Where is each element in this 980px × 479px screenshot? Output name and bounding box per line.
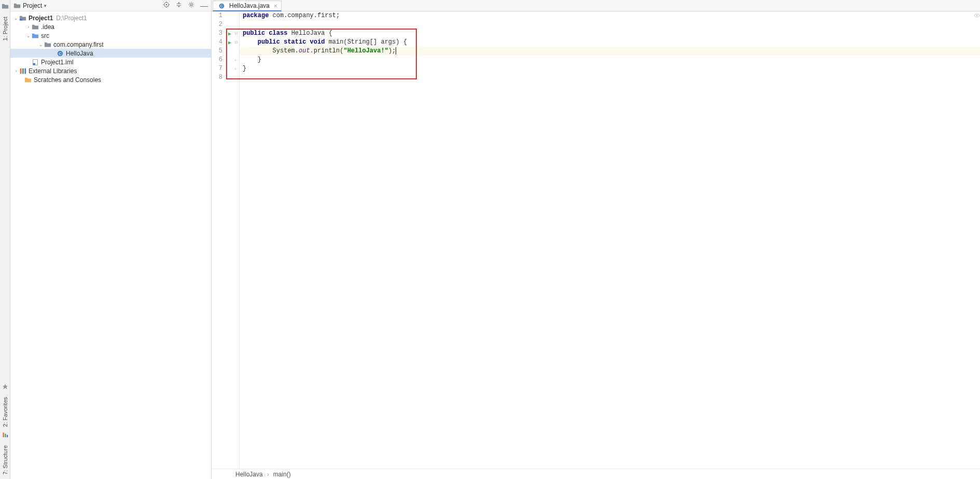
svg-rect-0 (3, 433, 4, 437)
tree-root-path: D:\Project1 (56, 15, 87, 22)
project-header-folder-icon (13, 2, 21, 9)
svg-rect-10 (33, 63, 35, 65)
project-panel: Project ▾ — Project1 D:\Project1 (10, 0, 212, 479)
line-number: 8 (212, 73, 222, 82)
folder-icon (31, 23, 39, 31)
svg-rect-2 (7, 435, 8, 437)
java-class-icon: C (56, 49, 64, 58)
kw-method: public static void (243, 38, 329, 46)
code-text: System. (243, 47, 299, 54)
project-panel-title: Project (23, 2, 42, 9)
code-text: .println( (310, 47, 344, 54)
run-main-icon[interactable]: ▶ (226, 38, 233, 47)
fold-close-icon[interactable]: ⌐ (233, 64, 239, 73)
locate-target-icon[interactable] (163, 1, 170, 10)
tree-external-libraries[interactable]: External Libraries (10, 66, 211, 75)
tree-package[interactable]: com.company.first (10, 40, 211, 49)
project-panel-header: Project ▾ — (10, 0, 211, 11)
svg-text:C: C (59, 51, 62, 56)
inspection-eye-icon[interactable] (974, 11, 980, 20)
svg-text:C: C (220, 3, 222, 8)
iml-file-icon (31, 58, 39, 66)
line-number: 2 (212, 20, 222, 29)
svg-point-5 (190, 4, 192, 6)
svg-point-4 (166, 4, 167, 6)
string-literal: "HelloJava!" (343, 47, 388, 54)
expand-arrow-icon[interactable] (13, 16, 19, 21)
code-area[interactable]: package com.company.first; public class … (240, 11, 980, 469)
svg-rect-13 (25, 68, 26, 74)
svg-rect-12 (22, 68, 24, 74)
breadcrumb-sep-icon: › (267, 471, 269, 478)
tree-label: .idea (41, 23, 54, 31)
scratches-icon (24, 76, 32, 84)
run-gutter: ▶ ▶ (226, 11, 233, 469)
editor-tabs: C HelloJava.java × (212, 0, 980, 11)
editor-body[interactable]: 1 2 3 4 5 6 7 8 ▶ ▶ ⊟ ⊟ ⌐ ⌐ (212, 11, 980, 469)
close-tab-icon[interactable]: × (274, 3, 277, 9)
sidebar-tab-favorites[interactable]: 2: Favorites (2, 397, 8, 427)
svg-point-17 (976, 15, 977, 16)
kw-class: public class (243, 30, 291, 37)
expand-arrow-icon[interactable] (26, 33, 31, 38)
tree-label: com.company.first (53, 41, 103, 48)
java-class-icon: C (217, 2, 226, 10)
project-strip-folder-icon (1, 2, 9, 10)
kw-package: package (243, 12, 273, 19)
expand-arrow-icon[interactable] (13, 69, 19, 74)
fold-open-icon[interactable]: ⊟ (233, 38, 239, 47)
tree-label: External Libraries (29, 67, 77, 75)
line-number: 5 (212, 47, 222, 56)
sidebar-tab-structure[interactable]: 7: Structure (2, 445, 8, 475)
tree-label: HelloJava (66, 50, 93, 57)
run-class-icon[interactable]: ▶ (226, 29, 233, 38)
line-number: 7 (212, 64, 222, 73)
code-text: ); (388, 47, 396, 54)
left-tool-strip: 1: Project 2: Favorites 7: Structure (0, 0, 10, 479)
out-field: out (299, 47, 310, 54)
line-number: 3 (212, 29, 222, 38)
line-number: 1 (212, 11, 222, 20)
editor-area: C HelloJava.java × 1 2 3 4 5 6 7 8 ▶ ▶ (212, 0, 980, 479)
line-number-gutter: 1 2 3 4 5 6 7 8 (212, 11, 226, 469)
module-folder-icon (19, 14, 27, 22)
class-decl: HelloJava { (291, 30, 332, 37)
breadcrumb: HelloJava › main() (212, 469, 980, 479)
main-sig: main(String[] args) { (329, 38, 407, 46)
tab-label: HelloJava.java (229, 2, 270, 9)
tree-root-name: Project1 (29, 15, 53, 22)
pkg-name: com.company.first; (273, 12, 340, 19)
tree-root[interactable]: Project1 D:\Project1 (10, 13, 211, 22)
fold-open-icon[interactable]: ⊟ (233, 29, 239, 38)
source-folder-icon (31, 32, 39, 40)
expand-arrow-icon[interactable] (38, 42, 44, 47)
package-folder-icon (44, 40, 52, 49)
line-number: 6 (212, 56, 222, 64)
gear-icon[interactable] (188, 1, 195, 10)
tree-label: Project1.iml (41, 59, 74, 66)
fold-gutter: ⊟ ⊟ ⌐ ⌐ (233, 11, 240, 469)
breadcrumb-class[interactable]: HelloJava (235, 471, 263, 478)
tree-src-folder[interactable]: src (10, 31, 211, 40)
project-view-dropdown[interactable]: ▾ (44, 3, 47, 8)
brace: } (243, 65, 246, 72)
structure-bars-icon (1, 431, 9, 439)
tree-idea-folder[interactable]: .idea (10, 22, 211, 31)
hide-panel-icon[interactable]: — (200, 3, 208, 8)
svg-rect-1 (5, 434, 6, 437)
project-tree[interactable]: Project1 D:\Project1 .idea src com.compa… (10, 11, 211, 479)
expand-arrow-icon[interactable] (26, 24, 31, 30)
svg-rect-6 (20, 19, 22, 20)
tree-label: Scratches and Consoles (34, 76, 101, 84)
tree-class-hellojava[interactable]: C HelloJava (10, 49, 211, 58)
tab-hellojava[interactable]: C HelloJava.java × (213, 1, 282, 11)
svg-rect-11 (20, 68, 22, 74)
sidebar-tab-project[interactable]: 1: Project (2, 17, 8, 40)
collapse-all-icon[interactable] (175, 1, 183, 10)
tree-label: src (41, 32, 49, 39)
tree-iml-file[interactable]: Project1.iml (10, 58, 211, 66)
breadcrumb-method[interactable]: main() (273, 471, 291, 478)
fold-close-icon[interactable]: ⌐ (233, 56, 239, 64)
tree-scratches[interactable]: Scratches and Consoles (10, 75, 211, 84)
line-number: 4 (212, 38, 222, 47)
